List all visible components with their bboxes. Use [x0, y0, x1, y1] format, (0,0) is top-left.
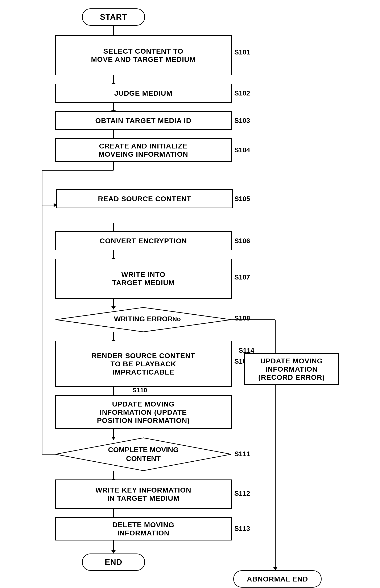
- s112-process: WRITE KEY INFORMATION IN TARGET MEDIUM: [55, 479, 232, 509]
- s102-label: S102: [234, 89, 250, 97]
- svg-text:COMPLETE MOVING: COMPLETE MOVING: [108, 446, 179, 454]
- s104-process: CREATE AND INITIALIZE MOVEING INFORMATIO…: [55, 138, 232, 162]
- s109-process: RENDER SOURCE CONTENT TO BE PLAYBACK IMP…: [55, 341, 232, 387]
- s110-process: UPDATE MOVING INFORMATION (UPDATE POSITI…: [55, 395, 232, 429]
- s107-label: S107: [234, 274, 250, 281]
- abnormal-end-terminal: ABNORMAL END: [233, 570, 322, 588]
- svg-marker-37: [111, 550, 115, 553]
- flowchart: START SELECT CONTENT TO MOVE AND TARGET …: [0, 0, 380, 588]
- s108-no-label: No: [172, 315, 181, 323]
- s113-process: DELETE MOVING INFORMATION: [55, 517, 232, 540]
- end-terminal: END: [82, 553, 145, 571]
- s107-process: WRITE INTO TARGET MEDIUM: [55, 259, 232, 299]
- s110-side-label: S110: [133, 387, 147, 394]
- svg-text:WRITING ERROR: WRITING ERROR: [114, 315, 173, 323]
- s103-label: S103: [234, 117, 250, 124]
- s114-process: UPDATE MOVING INFORMATION (RECORD ERROR): [244, 353, 339, 385]
- s113-label: S113: [234, 525, 250, 532]
- start-terminal: START: [82, 8, 145, 26]
- svg-marker-27: [273, 567, 277, 570]
- s108-decision: WRITING ERROR: [55, 307, 232, 332]
- svg-text:CONTENT: CONTENT: [126, 454, 161, 462]
- s106-label: S106: [234, 237, 250, 245]
- s106-process: CONVERT ENCRYPTION: [55, 231, 232, 250]
- s111-label: S111: [234, 450, 250, 458]
- s108-label: S108: [234, 314, 250, 322]
- s112-label: S112: [234, 490, 250, 497]
- s104-label: S104: [234, 146, 250, 154]
- s111-decision: COMPLETE MOVING CONTENT: [55, 437, 232, 471]
- svg-marker-40: [56, 438, 231, 471]
- s101-process: SELECT CONTENT TO MOVE AND TARGET MEDIUM: [55, 35, 232, 75]
- s105-process: READ SOURCE CONTENT: [56, 189, 233, 208]
- s103-process: OBTAIN TARGET MEDIA ID: [55, 111, 232, 130]
- s101-label: S101: [234, 48, 250, 56]
- s102-process: JUDGE MEDIUM: [55, 84, 232, 103]
- s105-label: S105: [234, 195, 250, 203]
- s114-label: S114: [239, 347, 254, 354]
